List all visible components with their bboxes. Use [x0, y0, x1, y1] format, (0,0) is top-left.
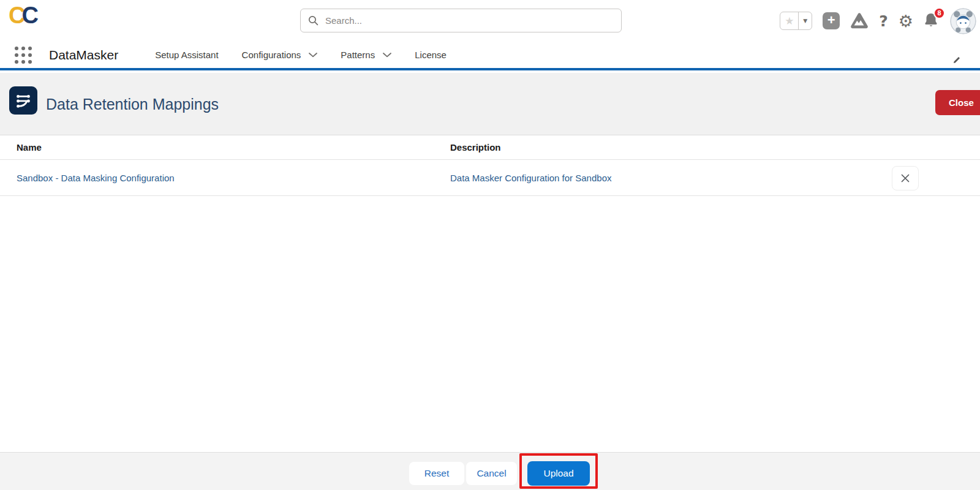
trailhead-button[interactable]	[850, 13, 869, 29]
page-header-tile	[9, 86, 37, 115]
tab-patterns[interactable]: Patterns	[341, 50, 391, 60]
cancel-button[interactable]: Cancel	[466, 462, 517, 485]
app-name: DataMasker	[49, 48, 118, 62]
logo-letter-2: C	[21, 2, 34, 28]
favorite-star-button[interactable]: ★	[780, 12, 799, 29]
global-search	[300, 9, 622, 32]
column-header-description: Description	[434, 142, 980, 153]
reset-button[interactable]: Reset	[409, 462, 464, 485]
star-icon: ★	[785, 16, 794, 26]
close-x-icon	[900, 173, 910, 183]
tab-setup-assistant[interactable]: Setup Assistant	[155, 50, 218, 60]
page-title: Data Retention Mappings	[46, 73, 219, 135]
favorites-split-button: ★ ▼	[780, 12, 812, 30]
cell-name: Sandbox - Data Masking Configuration	[0, 173, 434, 183]
utility-actions: ★ ▼ + ? ⚙ 8	[780, 7, 976, 34]
mapping-description-link[interactable]: Data Masker Configuration for Sandbox	[450, 173, 611, 183]
question-mark-icon: ?	[879, 12, 888, 30]
nav-tabs: Setup Assistant Configurations Patterns …	[155, 50, 447, 60]
table-header-row: Name Description	[0, 135, 980, 160]
logo-letter-1: C	[9, 2, 21, 28]
global-add-button[interactable]: +	[823, 12, 840, 29]
favorites-dropdown-button[interactable]: ▼	[799, 12, 812, 29]
setup-button[interactable]: ⚙	[899, 13, 913, 29]
trailhead-icon	[850, 13, 869, 29]
tab-license[interactable]: License	[415, 50, 447, 60]
gear-icon: ⚙	[899, 12, 913, 31]
remove-row-button[interactable]	[892, 166, 919, 190]
utility-bar: CC ★ ▼ + ? ⚙ 8	[0, 0, 980, 42]
plus-icon: +	[827, 13, 835, 27]
footer-bar: Reset Cancel Upload	[0, 452, 980, 490]
table-row: Sandbox - Data Masking Configuration Dat…	[0, 160, 980, 196]
page-header: Data Retention Mappings Close	[0, 73, 980, 135]
notifications-button[interactable]: 8	[924, 12, 940, 29]
avatar[interactable]	[950, 8, 976, 34]
close-button[interactable]: Close	[935, 90, 980, 115]
chevron-down-icon	[309, 53, 317, 58]
mapping-name-link[interactable]: Sandbox - Data Masking Configuration	[17, 173, 175, 183]
help-button[interactable]: ?	[879, 12, 888, 30]
mappings-table: Name Description Sandbox - Data Masking …	[0, 135, 980, 196]
tab-configurations[interactable]: Configurations	[242, 50, 318, 60]
column-header-name: Name	[0, 142, 434, 153]
nav-bar: DataMasker Setup Assistant Configuration…	[0, 42, 980, 70]
chevron-down-icon: ▼	[803, 18, 807, 24]
app-launcher-icon[interactable]	[15, 47, 32, 64]
company-logo: CC	[9, 2, 35, 29]
chevron-down-icon	[383, 53, 391, 58]
data-mapping-icon	[13, 91, 33, 110]
search-input[interactable]	[300, 9, 622, 32]
edit-pencil-icon[interactable]	[953, 55, 960, 66]
upload-button[interactable]: Upload	[527, 461, 590, 486]
notification-count-badge: 8	[933, 7, 945, 19]
